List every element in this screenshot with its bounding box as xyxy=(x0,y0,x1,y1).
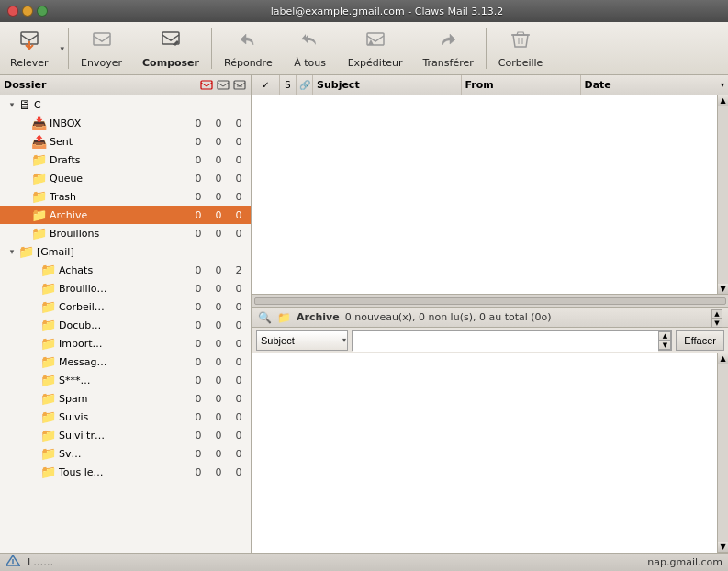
folder-row-s1[interactable]: 📁 S***… 0 0 0 xyxy=(0,371,251,389)
import-name: Import… xyxy=(59,338,188,350)
folder-row-brouille[interactable]: 📁 Brouillo… 0 0 0 xyxy=(0,279,251,297)
suivi-tr-c2: 0 xyxy=(208,430,229,442)
folder-row-achats[interactable]: 📁 Achats 0 0 2 xyxy=(0,261,251,279)
col-from[interactable]: From xyxy=(462,75,581,95)
root-icon: 🖥 xyxy=(18,97,31,112)
hscroll-track[interactable] xyxy=(254,297,726,305)
drafts-c3: 0 xyxy=(229,154,249,166)
folder-row-inbox[interactable]: 📥 INBOX 0 0 0 xyxy=(0,114,251,132)
col-subject[interactable]: Subject xyxy=(313,75,462,95)
folder-row-trash[interactable]: 📁 Trash 0 0 0 xyxy=(0,187,251,206)
transferer-label: Transférer xyxy=(422,57,473,69)
root-c2: - xyxy=(208,99,229,111)
folder-row-gmail[interactable]: ▾ 📁 [Gmail] xyxy=(0,242,251,261)
sv-c3: 0 xyxy=(229,448,249,460)
root-c3: - xyxy=(229,99,249,111)
tousle-c3: 0 xyxy=(229,466,249,478)
folder-row-archive[interactable]: 📁 Archive 0 0 0 xyxy=(0,206,251,224)
right-panel: ✓ S 🔗 Subject From Date ▾ xyxy=(252,75,728,553)
spam-c2: 0 xyxy=(208,393,229,405)
expediteur-button[interactable]: Expéditeur xyxy=(338,24,413,73)
filter-spin-buttons: ▲ ▼ xyxy=(658,331,671,350)
import-icon: 📁 xyxy=(40,336,56,351)
corbeille-label: Corbeille xyxy=(498,57,543,69)
queue-c2: 0 xyxy=(208,173,229,185)
folder-row-messag[interactable]: 📁 Messag… 0 0 0 xyxy=(0,353,251,371)
preview-scroll-up[interactable]: ▲ xyxy=(718,353,728,364)
relever-button[interactable]: Relever xyxy=(0,24,59,73)
folder-row-sent[interactable]: 📤 Sent 0 0 0 xyxy=(0,132,251,151)
s1-c1: 0 xyxy=(188,375,208,386)
msg-list-vscroll: ▲ ▼ xyxy=(717,95,728,295)
toolbar-sep-3 xyxy=(486,28,487,69)
brouillons-name: Brouillons xyxy=(50,228,188,240)
corbeille-button[interactable]: Corbeille xyxy=(488,24,554,73)
brouille-c1: 0 xyxy=(188,283,208,295)
folder-row-drafts[interactable]: 📁 Drafts 0 0 0 xyxy=(0,151,251,169)
folder-row-spam[interactable]: 📁 Spam 0 0 0 xyxy=(0,389,251,408)
tousle-c1: 0 xyxy=(188,466,208,478)
folder-row-tousle[interactable]: 📁 Tous le… 0 0 0 xyxy=(0,463,251,481)
from-col-label: From xyxy=(465,79,494,91)
transferer-button[interactable]: Transférer xyxy=(412,24,483,73)
queue-c3: 0 xyxy=(229,173,249,185)
suivis-name: Suivis xyxy=(59,411,188,423)
filter-spin-down[interactable]: ▼ xyxy=(658,341,671,350)
brouillons-c2: 0 xyxy=(208,228,229,240)
messag-icon: 📁 xyxy=(40,354,56,369)
svg-point-15 xyxy=(12,565,14,566)
composer-button[interactable]: Composer xyxy=(132,24,209,73)
atous-button[interactable]: À tous xyxy=(283,24,338,73)
envoyer-button[interactable]: Envoyer xyxy=(71,24,132,73)
archive-c1: 0 xyxy=(188,209,208,221)
folder-row-docub[interactable]: 📁 Docub… 0 0 0 xyxy=(0,316,251,334)
achats-icon: 📁 xyxy=(40,263,56,277)
messag-c3: 0 xyxy=(229,356,249,368)
folder-row-import[interactable]: 📁 Import… 0 0 0 xyxy=(0,334,251,353)
close-button[interactable] xyxy=(7,6,18,17)
minimize-button[interactable] xyxy=(22,6,33,17)
svg-rect-11 xyxy=(234,81,245,89)
folder-row-suivis[interactable]: 📁 Suivis 0 0 0 xyxy=(0,408,251,426)
expand-gmail[interactable]: ▾ xyxy=(6,247,18,256)
folder-row-sv[interactable]: 📁 Sv… 0 0 0 xyxy=(0,444,251,463)
repondre-button[interactable]: Répondre xyxy=(214,24,283,73)
relever-dropdown[interactable]: ▾ xyxy=(59,24,67,73)
hscroll-bar xyxy=(252,295,728,308)
trash-c2: 0 xyxy=(208,191,229,203)
attach-icon: 🔗 xyxy=(299,80,310,90)
filter-select-wrapper: Subject From To Date ▾ xyxy=(256,330,348,351)
spam-c1: 0 xyxy=(188,393,208,405)
drafts-c1: 0 xyxy=(188,154,208,166)
window-title: label@example.gmail.com - Claws Mail 3.1… xyxy=(53,6,721,17)
vscroll-down-btn[interactable]: ▼ xyxy=(718,284,728,295)
filter-select[interactable]: Subject From To Date xyxy=(256,330,348,351)
col-date[interactable]: Date ▾ xyxy=(581,75,729,95)
messag-c2: 0 xyxy=(208,356,229,368)
folder-panel: Dossier ▾ 🖥 C - - xyxy=(0,75,252,553)
vscroll-up-btn[interactable]: ▲ xyxy=(718,95,728,106)
brouille-c3: 0 xyxy=(229,283,249,295)
preview-scroll-down[interactable]: ▼ xyxy=(718,542,728,553)
filter-scroll-down[interactable]: ▼ xyxy=(711,319,722,328)
folder-row-brouillons[interactable]: 📁 Brouillons 0 0 0 xyxy=(0,224,251,242)
filter-input[interactable] xyxy=(353,331,658,352)
suivi-tr-c1: 0 xyxy=(188,430,208,442)
effacer-button[interactable]: Effacer xyxy=(676,330,724,351)
svg-rect-2 xyxy=(94,33,110,45)
expand-root[interactable]: ▾ xyxy=(6,100,18,109)
filter-spin-up[interactable]: ▲ xyxy=(658,331,671,341)
folder-header-label: Dossier xyxy=(4,79,196,91)
gmail-name: [Gmail] xyxy=(37,246,188,258)
folder-row-suivi-tr[interactable]: 📁 Suivi tr… 0 0 0 xyxy=(0,426,251,444)
folder-row-corbeil[interactable]: 📁 Corbeil… 0 0 0 xyxy=(0,297,251,316)
statusbar-icon xyxy=(6,555,20,569)
folder-status-bar: 🔍 📁 Archive 0 nouveau(x), 0 non lu(s), 0… xyxy=(252,308,728,328)
docub-c1: 0 xyxy=(188,319,208,331)
brouillons-icon: 📁 xyxy=(31,226,47,241)
folder-row-root[interactable]: ▾ 🖥 C - - - xyxy=(0,95,251,114)
folder-row-queue[interactable]: 📁 Queue 0 0 0 xyxy=(0,169,251,187)
titlebar: label@example.gmail.com - Claws Mail 3.1… xyxy=(0,0,728,22)
maximize-button[interactable] xyxy=(37,6,48,17)
filter-scroll-up[interactable]: ▲ xyxy=(711,309,722,319)
